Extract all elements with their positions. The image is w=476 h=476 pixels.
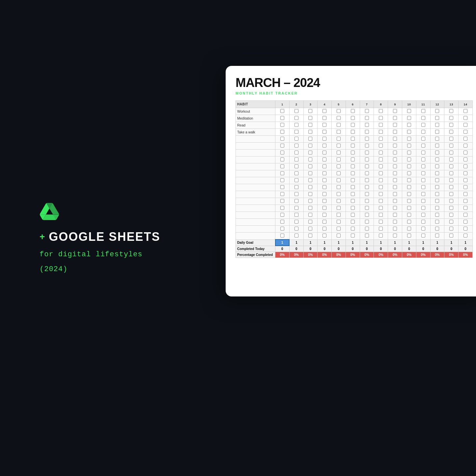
checkbox-cell[interactable] <box>360 115 374 122</box>
checkbox-cell[interactable] <box>303 143 318 150</box>
checkbox-cell[interactable] <box>374 150 388 156</box>
checkbox-cell[interactable] <box>459 205 473 212</box>
checkbox-cell[interactable] <box>402 143 416 150</box>
checkbox-cell[interactable] <box>374 108 388 115</box>
checkbox-cell[interactable] <box>318 122 332 129</box>
checkbox-cell[interactable] <box>332 233 346 240</box>
checkbox-cell[interactable] <box>388 156 402 163</box>
checkbox-cell[interactable] <box>374 163 388 170</box>
checkbox-cell[interactable] <box>318 143 332 150</box>
checkbox-cell[interactable] <box>388 122 402 129</box>
checkbox-cell[interactable] <box>444 129 459 136</box>
checkbox-cell[interactable] <box>459 150 473 156</box>
checkbox-cell[interactable] <box>374 122 388 129</box>
checkbox-cell[interactable] <box>318 219 332 226</box>
checkbox-cell[interactable] <box>332 226 346 233</box>
checkbox-cell[interactable] <box>444 219 459 226</box>
checkbox-cell[interactable] <box>402 212 416 219</box>
checkbox-cell[interactable] <box>318 129 332 136</box>
checkbox-cell[interactable] <box>332 170 346 177</box>
checkbox-cell[interactable] <box>430 129 444 136</box>
checkbox-cell[interactable] <box>459 156 473 163</box>
checkbox-cell[interactable] <box>360 191 374 198</box>
checkbox-cell[interactable] <box>388 226 402 233</box>
checkbox-cell[interactable] <box>318 205 332 212</box>
checkbox-cell[interactable] <box>360 129 374 136</box>
checkbox-cell[interactable] <box>346 212 360 219</box>
checkbox-cell[interactable] <box>402 226 416 233</box>
checkbox-cell[interactable] <box>346 219 360 226</box>
checkbox-cell[interactable] <box>289 191 303 198</box>
checkbox-cell[interactable] <box>402 163 416 170</box>
checkbox-cell[interactable] <box>444 212 459 219</box>
checkbox-cell[interactable] <box>374 115 388 122</box>
checkbox-cell[interactable] <box>459 163 473 170</box>
checkbox-cell[interactable] <box>275 191 290 198</box>
checkbox-cell[interactable] <box>459 177 473 184</box>
checkbox-cell[interactable] <box>430 198 444 205</box>
checkbox-cell[interactable] <box>416 150 430 156</box>
checkbox-cell[interactable] <box>444 233 459 240</box>
checkbox-cell[interactable] <box>275 198 290 205</box>
checkbox-cell[interactable] <box>303 136 318 143</box>
checkbox-cell[interactable] <box>388 212 402 219</box>
checkbox-cell[interactable] <box>416 122 430 129</box>
checkbox-cell[interactable] <box>444 156 459 163</box>
checkbox-cell[interactable] <box>303 163 318 170</box>
checkbox-cell[interactable] <box>459 198 473 205</box>
checkbox-cell[interactable] <box>402 219 416 226</box>
checkbox-cell[interactable] <box>360 226 374 233</box>
checkbox-cell[interactable] <box>444 115 459 122</box>
checkbox-cell[interactable] <box>416 170 430 177</box>
checkbox-cell[interactable] <box>388 129 402 136</box>
checkbox-cell[interactable] <box>346 198 360 205</box>
checkbox-cell[interactable] <box>318 115 332 122</box>
checkbox-cell[interactable] <box>332 163 346 170</box>
checkbox-cell[interactable] <box>459 184 473 191</box>
checkbox-cell[interactable] <box>346 108 360 115</box>
checkbox-cell[interactable] <box>402 150 416 156</box>
checkbox-cell[interactable] <box>303 233 318 240</box>
checkbox-cell[interactable] <box>388 163 402 170</box>
checkbox-cell[interactable] <box>360 205 374 212</box>
checkbox-cell[interactable] <box>275 233 290 240</box>
checkbox-cell[interactable] <box>430 136 444 143</box>
checkbox-cell[interactable] <box>459 219 473 226</box>
checkbox-cell[interactable] <box>444 170 459 177</box>
checkbox-cell[interactable] <box>374 191 388 198</box>
checkbox-cell[interactable] <box>416 198 430 205</box>
checkbox-cell[interactable] <box>444 198 459 205</box>
checkbox-cell[interactable] <box>402 184 416 191</box>
checkbox-cell[interactable] <box>402 122 416 129</box>
checkbox-cell[interactable] <box>318 136 332 143</box>
checkbox-cell[interactable] <box>444 184 459 191</box>
checkbox-cell[interactable] <box>374 170 388 177</box>
checkbox-cell[interactable] <box>289 226 303 233</box>
checkbox-cell[interactable] <box>289 170 303 177</box>
checkbox-cell[interactable] <box>332 122 346 129</box>
checkbox-cell[interactable] <box>332 198 346 205</box>
checkbox-cell[interactable] <box>360 170 374 177</box>
checkbox-cell[interactable] <box>416 219 430 226</box>
checkbox-cell[interactable] <box>416 184 430 191</box>
checkbox-cell[interactable] <box>374 219 388 226</box>
checkbox-cell[interactable] <box>289 129 303 136</box>
checkbox-cell[interactable] <box>346 205 360 212</box>
checkbox-cell[interactable] <box>459 115 473 122</box>
checkbox-cell[interactable] <box>402 170 416 177</box>
checkbox-cell[interactable] <box>332 184 346 191</box>
checkbox-cell[interactable] <box>430 170 444 177</box>
checkbox-cell[interactable] <box>416 129 430 136</box>
checkbox-cell[interactable] <box>346 170 360 177</box>
checkbox-cell[interactable] <box>275 163 290 170</box>
checkbox-cell[interactable] <box>289 184 303 191</box>
checkbox-cell[interactable] <box>360 233 374 240</box>
checkbox-cell[interactable] <box>318 177 332 184</box>
checkbox-cell[interactable] <box>303 129 318 136</box>
checkbox-cell[interactable] <box>374 129 388 136</box>
checkbox-cell[interactable] <box>332 177 346 184</box>
checkbox-cell[interactable] <box>318 108 332 115</box>
checkbox-cell[interactable] <box>459 212 473 219</box>
checkbox-cell[interactable] <box>430 163 444 170</box>
checkbox-cell[interactable] <box>275 177 290 184</box>
